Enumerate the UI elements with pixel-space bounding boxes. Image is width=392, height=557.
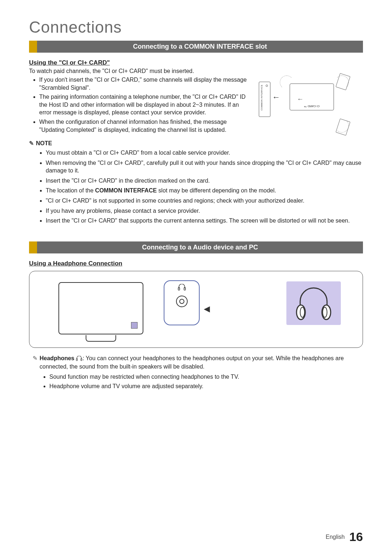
ci-card-diagram: COMMON INTERFACE ← CI CARD ™ ← [257, 74, 351, 136]
note-icon: ✎ [33, 354, 37, 362]
subheading-ci-card: Using the "CI or CI+ CARD" [29, 59, 363, 66]
headphone-lead-rest: : You can connect your headphones to the… [40, 355, 344, 370]
main-bullet: When the configuration of channel inform… [39, 118, 250, 134]
ci-slot-label: COMMON INTERFACE [261, 85, 263, 110]
ci-content-row: If you don't insert the "CI or CI+ CARD,… [29, 74, 363, 136]
ci-slot-dot-icon [266, 85, 268, 87]
tv-port-highlight-icon [131, 322, 138, 329]
note-bullet: Insert the "CI or CI+ CARD" that support… [46, 217, 363, 225]
note-bullet: If you have any problems, please contact… [46, 207, 363, 215]
curve-arrow-icon [280, 76, 294, 89]
headphone-lead-line: ✎ Headphones : You can connect your head… [33, 354, 363, 371]
ci-card-rotated-icon [336, 73, 351, 90]
arrow-left-icon: ← [272, 93, 280, 102]
note-bullet: When removing the "CI or CI+ CARD", care… [46, 159, 363, 175]
main-bullet: If you don't insert the "CI or CI+ CARD,… [39, 76, 250, 92]
headphone-glyph-icon [164, 284, 199, 292]
svg-point-2 [297, 305, 305, 320]
note-heading: ✎ NOTE [29, 140, 363, 147]
page-footer: English 16 [326, 530, 363, 544]
note-block: ✎ NOTE You must obtain a "CI or CI+ CARD… [29, 140, 363, 225]
section-heading-1: Connecting to a COMMON INTERFACE slot [37, 41, 363, 53]
sub-bullet: Headphone volume and TV volume are adjus… [49, 382, 363, 390]
headphones-icon [294, 285, 334, 321]
headphone-bold: Headphones [40, 355, 74, 361]
arrow-left-small-icon: ← [297, 95, 303, 103]
footer-lang: English [326, 534, 344, 540]
note-bullet: The location of the COMMON INTERFACE slo… [46, 187, 363, 195]
main-bullet-list: If you don't insert the "CI or CI+ CARD,… [29, 76, 250, 135]
headphone-inline-icon [76, 355, 82, 363]
manual-page: Connections Connecting to a COMMON INTER… [0, 0, 392, 557]
section-heading-bar-1: Connecting to a COMMON INTERFACE slot [29, 41, 363, 53]
note-icon: ✎ [29, 140, 34, 147]
headphone-lead-text: Headphones : You can connect your headph… [40, 354, 363, 371]
note-bullet: You must obtain a "CI or CI+ CARD" from … [46, 149, 363, 157]
jack-socket-icon [176, 296, 188, 307]
accent-stripe [29, 41, 37, 53]
note-bullet-list: You must obtain a "CI or CI+ CARD" from … [29, 149, 363, 225]
ci-card-icon: CI CARD ™ [290, 84, 334, 110]
intro-line: To watch paid channels, the "CI or CI+ C… [29, 68, 363, 74]
subheading-headphone: Using a Headphone Connection [29, 260, 363, 267]
headphones-box [286, 281, 341, 325]
section-heading-bar-2: Connecting to a Audio device and PC [29, 241, 363, 253]
svg-point-3 [322, 305, 331, 320]
sub-bullet: Sound function may be restricted when co… [49, 373, 363, 381]
audio-cable-icon [215, 305, 276, 310]
main-bullet: The pairing information containing a tel… [39, 93, 250, 117]
tv-icon [58, 282, 143, 334]
arrow-left-icon: ◄ [202, 303, 212, 315]
headphone-sub-bullets: Sound function may be restricted when co… [33, 373, 363, 390]
headphone-port-icon [164, 280, 200, 325]
ci-card-label: CI CARD ™ [290, 105, 334, 108]
headphone-note: ✎ Headphones : You can connect your head… [29, 354, 363, 390]
headphone-diagram: ◄ [29, 271, 363, 348]
note-bullet: Insert the "CI or CI+ CARD" in the direc… [46, 177, 363, 185]
note-bullet: "CI or CI+ CARD" is not supported in som… [46, 197, 363, 205]
footer-page-number: 16 [349, 530, 363, 544]
page-title: Connections [29, 18, 363, 36]
bold-term: COMMON INTERFACE [95, 187, 157, 194]
accent-stripe [29, 241, 37, 253]
section-heading-2: Connecting to a Audio device and PC [37, 241, 363, 253]
note-label: NOTE [36, 140, 52, 147]
